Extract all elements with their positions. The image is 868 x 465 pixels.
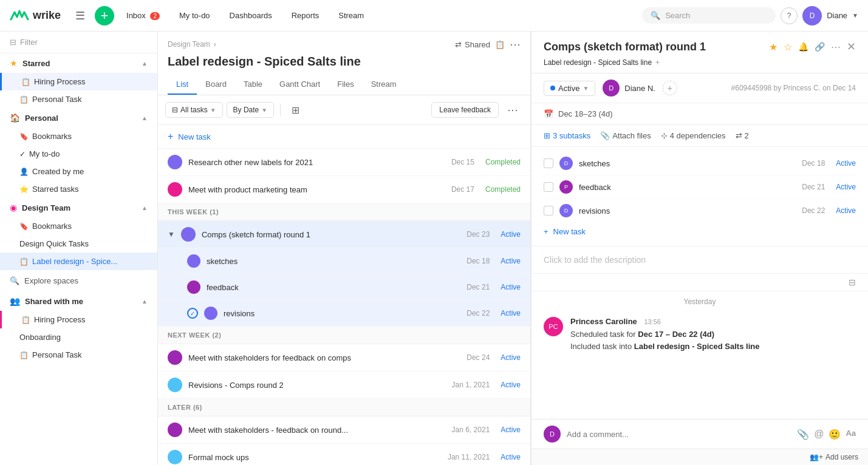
subtask-row-sketches[interactable]: D sketches Dec 18 Active	[544, 152, 856, 175]
description-area[interactable]: Click to add the description	[531, 246, 868, 274]
personal-section-header[interactable]: 🏠 Personal ▲	[0, 108, 157, 127]
dates-value[interactable]: Dec 18–23 (4d)	[558, 109, 613, 118]
task-row-meet-marketing[interactable]: Meet with product marketing team Dec 17 …	[158, 176, 530, 203]
starred-tasks-label: Starred tasks	[32, 185, 79, 194]
subtask-check-revisions[interactable]	[544, 206, 553, 216]
task-row-feedback[interactable]: feedback Dec 21 Active	[158, 274, 530, 300]
notification-icon[interactable]: 🔔	[798, 42, 808, 52]
center-panel: Design Team › ⇄ Shared 📋 ⋯ Label redesig…	[158, 32, 531, 465]
sidebar-item-created-by-me[interactable]: 👤 Created by me	[0, 163, 157, 180]
formal-status: Active	[501, 453, 521, 461]
sidebar-item-label-redesign[interactable]: 📋 Label redesign - Spice...	[0, 253, 157, 270]
hiring-process-icon: 📋	[21, 78, 30, 86]
subtasks-link[interactable]: ⊞ 3 subtasks	[544, 131, 590, 140]
starred-section-header[interactable]: ★ Starred ▲	[0, 53, 157, 73]
tab-board[interactable]: Board	[197, 75, 235, 95]
subtask-avatar-feedback: P	[559, 180, 573, 194]
sort-options-button[interactable]: ⊞	[287, 101, 304, 119]
sidebar-item-hiring-process-starred[interactable]: 📋 Hiring Process	[0, 73, 157, 90]
star-solid-icon[interactable]: ★	[769, 41, 777, 53]
design-team-icon: ◉	[10, 203, 17, 212]
tab-list[interactable]: List	[168, 75, 197, 95]
user-name[interactable]: Diane	[827, 11, 847, 20]
task-row-research[interactable]: Research other new labels for 2021 Dec 1…	[158, 149, 530, 176]
toolbar-more-button[interactable]: ⋯	[502, 100, 523, 120]
comment-input[interactable]	[567, 430, 791, 439]
task-row-revisions[interactable]: ✓ revisions Dec 22 Active	[158, 300, 530, 327]
sidebar-item-bookmarks-personal[interactable]: 🔖 Bookmarks	[0, 127, 157, 145]
subtask-name-feedback: feedback	[579, 183, 796, 192]
sidebar-item-personal-task-starred[interactable]: 📋 Personal Task	[0, 90, 157, 108]
hiring-shared-icon: 📋	[21, 316, 30, 324]
sidebar-item-starred-tasks[interactable]: ⭐ Starred tasks	[0, 180, 157, 198]
task-row-sketches[interactable]: sketches Dec 18 Active	[158, 248, 530, 274]
share-button[interactable]: ⇄ 2	[736, 131, 749, 140]
filter-bar[interactable]: ⊟ Filter	[0, 32, 157, 53]
by-date-button[interactable]: By Date ▼	[227, 102, 275, 118]
add-users-icon: 👥+	[810, 453, 823, 461]
new-subtask-row[interactable]: + New task	[544, 222, 856, 241]
assignee-avatar: D	[603, 80, 620, 97]
filter-comments-icon[interactable]: ⊟	[849, 277, 856, 287]
design-team-section-header[interactable]: ◉ Design Team ▲	[0, 198, 157, 217]
logo[interactable]: wrike	[10, 8, 61, 23]
subtasks-bar: ⊞ 3 subtasks 📎 Attach files ⊹ 4 dependen…	[531, 125, 868, 147]
shared-button[interactable]: ⇄ Shared	[455, 40, 490, 49]
sidebar-item-mytodo[interactable]: ✓ My to-do	[0, 145, 157, 163]
task-row-formal[interactable]: Formal mock ups Jan 11, 2021 Active	[158, 444, 530, 465]
sidebar-item-bookmarks-design[interactable]: 🔖 Bookmarks	[0, 217, 157, 235]
leave-feedback-button[interactable]: Leave feedback	[431, 102, 499, 118]
center-clipboard-icon[interactable]: 📋	[495, 40, 505, 49]
subtask-date-sketches: Dec 18	[802, 159, 825, 168]
tab-files[interactable]: Files	[329, 75, 362, 95]
sidebar-item-onboarding[interactable]: Onboarding	[0, 328, 157, 346]
attach-button[interactable]: 📎 Attach files	[600, 131, 651, 140]
subtask-check-sketches[interactable]	[544, 158, 553, 168]
subtask-row-feedback[interactable]: P feedback Dec 21 Active	[544, 175, 856, 199]
search-bar[interactable]: 🔍 Search	[642, 7, 776, 24]
right-more-icon[interactable]: ⋯	[831, 41, 841, 53]
tab-table[interactable]: Table	[235, 75, 271, 95]
sidebar-item-hiring-process-shared[interactable]: 📋 Hiring Process	[0, 311, 157, 328]
nav-dashboards[interactable]: Dashboards	[222, 7, 279, 24]
all-tasks-button[interactable]: ⊟ All tasks ▼	[165, 102, 223, 118]
revisions-check: ✓	[187, 308, 198, 319]
sidebar-item-personal-task-shared[interactable]: 📋 Personal Task	[0, 346, 157, 364]
tab-gantt[interactable]: Gantt Chart	[271, 75, 329, 95]
explore-spaces[interactable]: 🔍 Explore spaces	[0, 270, 157, 291]
user-avatar-nav[interactable]: D	[802, 6, 822, 25]
nav-inbox[interactable]: Inbox 2	[119, 7, 167, 24]
center-more-icon[interactable]: ⋯	[510, 38, 521, 51]
nav-stream[interactable]: Stream	[331, 7, 371, 24]
user-dropdown-arrow[interactable]: ▼	[852, 12, 858, 19]
hamburger-button[interactable]: ☰	[70, 6, 90, 25]
deps-button[interactable]: ⊹ 4 dependencies	[661, 131, 726, 140]
add-button[interactable]: +	[95, 6, 114, 25]
nav-reports[interactable]: Reports	[284, 7, 327, 24]
link-icon[interactable]: 🔗	[815, 42, 825, 52]
subtask-check-feedback[interactable]	[544, 182, 553, 192]
right-title: Comps (sketch format) round 1	[544, 41, 706, 53]
mention-icon[interactable]: @	[814, 429, 824, 440]
sidebar-item-design-quick-tasks[interactable]: Design Quick Tasks	[0, 235, 157, 253]
add-assignee-button[interactable]: +	[663, 81, 677, 95]
comps-collapse-btn[interactable]: ▼	[168, 230, 175, 239]
star-outline-icon[interactable]: ☆	[784, 41, 792, 53]
task-row-revisions2[interactable]: Revisions - Comps round 2 Jan 1, 2021 Ac…	[158, 372, 530, 399]
attach-comment-icon[interactable]: 📎	[797, 429, 809, 440]
right-breadcrumb-plus[interactable]: +	[655, 58, 660, 67]
add-users-row[interactable]: 👥+ Add users	[531, 449, 868, 465]
help-button[interactable]: ?	[781, 7, 798, 24]
format-icon[interactable]: Aa	[846, 429, 856, 440]
close-icon[interactable]: ✕	[847, 40, 856, 53]
task-row-comps[interactable]: ▼ Comps (sketch format) round 1 Dec 23 A…	[158, 221, 530, 248]
task-row-stakeholders[interactable]: Meet with stakeholders for feedback on c…	[158, 344, 530, 372]
shared-section-header[interactable]: 👥 Shared with me ▲	[0, 291, 157, 311]
emoji-icon[interactable]: 🙂	[829, 429, 841, 440]
status-badge[interactable]: Active ▼	[544, 81, 595, 96]
new-task-row[interactable]: + New task	[158, 125, 530, 149]
nav-mytodo[interactable]: My to-do	[172, 7, 217, 24]
tab-stream[interactable]: Stream	[363, 75, 405, 95]
subtask-row-revisions[interactable]: D revisions Dec 22 Active	[544, 199, 856, 222]
task-row-stakeholders2[interactable]: Meet with stakeholders - feedback on rou…	[158, 416, 530, 444]
